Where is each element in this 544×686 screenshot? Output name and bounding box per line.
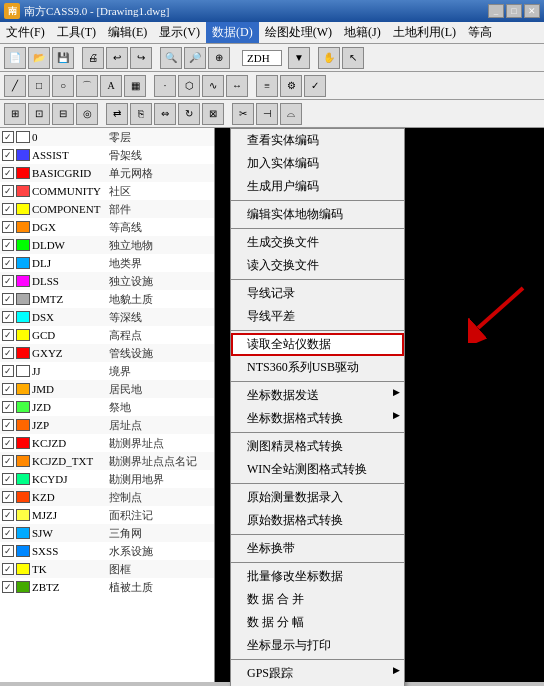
- menu-item-read_exchange[interactable]: 读入交换文件: [231, 254, 404, 277]
- maximize-button[interactable]: □: [506, 4, 522, 18]
- data-dropdown-menu[interactable]: 查看实体编码加入实体编码生成用户编码编辑实体地物编码生成交换文件读入交换文件导线…: [230, 128, 405, 686]
- layer-row[interactable]: GCD高程点: [0, 326, 214, 344]
- tb3-rotate[interactable]: ↻: [178, 103, 200, 125]
- layer-checkbox[interactable]: [2, 419, 14, 431]
- menu-item-win_total[interactable]: WIN全站测图格式转换: [231, 458, 404, 481]
- menu-item-coord_convert[interactable]: 坐标数据格式转换: [231, 407, 404, 430]
- window-controls[interactable]: _ □ ✕: [488, 4, 540, 18]
- menu-item-map_wizard[interactable]: 测图精灵格式转换: [231, 435, 404, 458]
- tb3-snap[interactable]: ⊞: [4, 103, 26, 125]
- menu-item-coord_send[interactable]: 坐标数据发送: [231, 384, 404, 407]
- layer-checkbox[interactable]: [2, 311, 14, 323]
- tb3-mirror[interactable]: ⇔: [154, 103, 176, 125]
- close-button[interactable]: ✕: [524, 4, 540, 18]
- layer-row[interactable]: DSX等深线: [0, 308, 214, 326]
- layer-checkbox[interactable]: [2, 293, 14, 305]
- layer-checkbox[interactable]: [2, 491, 14, 503]
- layer-checkbox[interactable]: [2, 581, 14, 593]
- layer-checkbox[interactable]: [2, 221, 14, 233]
- menu-view[interactable]: 显示(V): [153, 22, 206, 43]
- layer-row[interactable]: SXSS水系设施: [0, 542, 214, 560]
- menu-item-coord_print[interactable]: 坐标显示与打印: [231, 634, 404, 657]
- tb2-prop[interactable]: ⚙: [280, 75, 302, 97]
- layer-row[interactable]: ASSIST骨架线: [0, 146, 214, 164]
- layer-checkbox[interactable]: [2, 329, 14, 341]
- layer-row[interactable]: GXYZ管线设施: [0, 344, 214, 362]
- tb3-copy[interactable]: ⎘: [130, 103, 152, 125]
- tb2-hatch[interactable]: ▦: [124, 75, 146, 97]
- layer-row[interactable]: COMMUNITY社区: [0, 182, 214, 200]
- layer-checkbox[interactable]: [2, 437, 14, 449]
- layer-checkbox[interactable]: [2, 545, 14, 557]
- tb3-scale[interactable]: ⊠: [202, 103, 224, 125]
- layer-row[interactable]: 0零层: [0, 128, 214, 146]
- menu-item-coord_shift[interactable]: 坐标换带: [231, 537, 404, 560]
- tb-zoom-extent[interactable]: ⊕: [208, 47, 230, 69]
- layer-checkbox[interactable]: [2, 239, 14, 251]
- layer-checkbox[interactable]: [2, 455, 14, 467]
- layer-checkbox[interactable]: [2, 365, 14, 377]
- tb-new[interactable]: 📄: [4, 47, 26, 69]
- menu-item-add_code[interactable]: 加入实体编码: [231, 152, 404, 175]
- menu-item-gen_exchange[interactable]: 生成交换文件: [231, 231, 404, 254]
- tb3-extend[interactable]: ⊣: [256, 103, 278, 125]
- tb3-polar[interactable]: ◎: [76, 103, 98, 125]
- layer-checkbox[interactable]: [2, 383, 14, 395]
- menu-item-guide_plan[interactable]: 导线平差: [231, 305, 404, 328]
- menu-landuse[interactable]: 土地利用(L): [387, 22, 462, 43]
- tb-zoom-in[interactable]: 🔍: [160, 47, 182, 69]
- tb-dropdown[interactable]: ▼: [288, 47, 310, 69]
- layer-checkbox[interactable]: [2, 167, 14, 179]
- layer-checkbox[interactable]: [2, 473, 14, 485]
- tb2-check[interactable]: ✓: [304, 75, 326, 97]
- tb2-rect[interactable]: □: [28, 75, 50, 97]
- menu-data[interactable]: 数据(D): [206, 22, 259, 43]
- menu-item-raw_entry[interactable]: 原始测量数据录入: [231, 486, 404, 509]
- menu-item-view_code[interactable]: 查看实体编码: [231, 129, 404, 152]
- menu-item-gps_track[interactable]: GPS跟踪: [231, 662, 404, 685]
- menu-item-batch_modify[interactable]: 批量修改坐标数据: [231, 565, 404, 588]
- layer-checkbox[interactable]: [2, 185, 14, 197]
- menu-edit[interactable]: 编辑(E): [102, 22, 153, 43]
- layer-row[interactable]: COMPONENT部件: [0, 200, 214, 218]
- layer-row[interactable]: DLDW独立地物: [0, 236, 214, 254]
- minimize-button[interactable]: _: [488, 4, 504, 18]
- menu-item-gen_user_code[interactable]: 生成用户编码: [231, 175, 404, 198]
- layer-row[interactable]: ZBTZ植被土质: [0, 578, 214, 596]
- layer-row[interactable]: JMD居民地: [0, 380, 214, 398]
- layer-checkbox[interactable]: [2, 203, 14, 215]
- layer-row[interactable]: SJW三角网: [0, 524, 214, 542]
- tb-select[interactable]: ↖: [342, 47, 364, 69]
- tb2-spline[interactable]: ∿: [202, 75, 224, 97]
- tb2-layer[interactable]: ≡: [256, 75, 278, 97]
- layer-row[interactable]: DGX等高线: [0, 218, 214, 236]
- tb-undo[interactable]: ↩: [106, 47, 128, 69]
- layer-row[interactable]: DLSS独立设施: [0, 272, 214, 290]
- tb3-fillet[interactable]: ⌓: [280, 103, 302, 125]
- tb2-point[interactable]: ·: [154, 75, 176, 97]
- layer-row[interactable]: BASICGRID单元网格: [0, 164, 214, 182]
- tb2-poly[interactable]: ⬡: [178, 75, 200, 97]
- layer-row[interactable]: DMTZ地貌土质: [0, 290, 214, 308]
- menu-tools[interactable]: 工具(T): [51, 22, 102, 43]
- tb3-grid[interactable]: ⊡: [28, 103, 50, 125]
- tb-zoom-out[interactable]: 🔎: [184, 47, 206, 69]
- tb-redo[interactable]: ↪: [130, 47, 152, 69]
- tb-pan[interactable]: ✋: [318, 47, 340, 69]
- layer-row[interactable]: JJ境界: [0, 362, 214, 380]
- layer-checkbox[interactable]: [2, 527, 14, 539]
- tb2-dimension[interactable]: ↔: [226, 75, 248, 97]
- tb-print[interactable]: 🖨: [82, 47, 104, 69]
- tb3-trim[interactable]: ✂: [232, 103, 254, 125]
- layer-checkbox[interactable]: [2, 257, 14, 269]
- layer-row[interactable]: DLJ地类界: [0, 254, 214, 272]
- menu-file[interactable]: 文件(F): [0, 22, 51, 43]
- tb2-line[interactable]: ╱: [4, 75, 26, 97]
- layer-row[interactable]: KCJZD勘测界址点: [0, 434, 214, 452]
- menu-draw[interactable]: 绘图处理(W): [259, 22, 338, 43]
- tb-open[interactable]: 📂: [28, 47, 50, 69]
- layer-row[interactable]: JZP居址点: [0, 416, 214, 434]
- layer-row[interactable]: TK图框: [0, 560, 214, 578]
- menu-item-data_split[interactable]: 数 据 分 幅: [231, 611, 404, 634]
- tb2-arc[interactable]: ⌒: [76, 75, 98, 97]
